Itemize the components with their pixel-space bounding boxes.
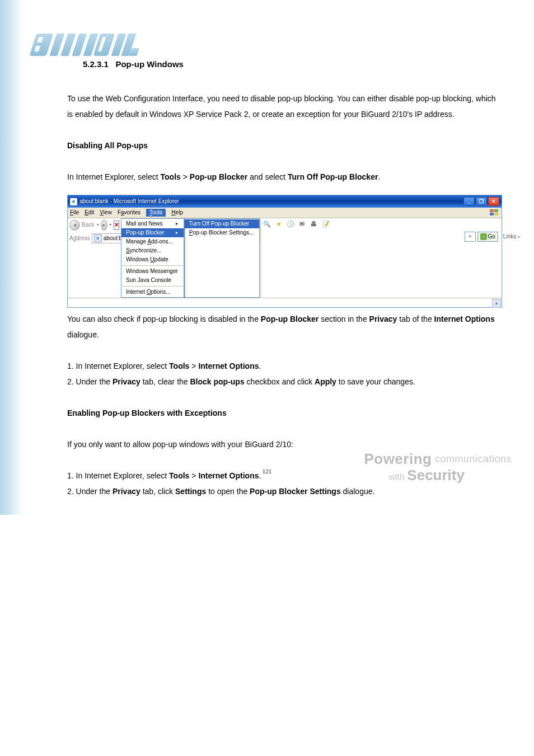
- back-button[interactable]: ◄ Back ▼: [69, 220, 100, 231]
- menu-item-internet-options[interactable]: Internet Options...: [121, 288, 184, 297]
- window-title: about:blank - Microsoft Internet Explore…: [79, 198, 463, 205]
- mail-icon[interactable]: ✉: [298, 220, 306, 229]
- text: In Internet Explorer, select: [67, 172, 161, 181]
- bold-privacy: Privacy: [369, 314, 397, 323]
- text: You can also check if pop-up blocking is…: [67, 314, 261, 323]
- window-maximize-button[interactable]: ❐: [476, 197, 487, 206]
- menu-edit[interactable]: Edit: [85, 209, 94, 216]
- submenu-settings[interactable]: Pop-up Blocker Settings...: [185, 228, 260, 237]
- text: tab, clear the: [140, 377, 190, 386]
- address-bar-right: ▾ → Go Links »: [260, 231, 522, 243]
- text: >: [189, 471, 198, 480]
- bold-settings: Settings: [175, 487, 206, 496]
- address-bar-left: Address e about:blank: [68, 232, 121, 245]
- bold-privacy: Privacy: [113, 487, 140, 496]
- step-1: 1. In Internet Explorer, select Tools > …: [67, 358, 500, 374]
- enable-paragraph: If you only want to allow pop-up windows…: [67, 436, 500, 452]
- svg-rect-13: [494, 209, 498, 212]
- menu-item-windows-update[interactable]: Windows Update: [121, 255, 184, 264]
- scrollbar-up-button[interactable]: ▴: [492, 299, 501, 308]
- browser-content-area: ▴: [68, 298, 502, 307]
- section-number: 5.2.3.1: [83, 59, 109, 69]
- window-titlebar: e about:blank - Microsoft Internet Explo…: [68, 195, 502, 208]
- svg-rect-15: [494, 213, 498, 215]
- menu-view[interactable]: View: [100, 209, 112, 216]
- window-minimize-button[interactable]: _: [463, 197, 475, 206]
- bold-turn-off: Turn Off Pop-up Blocker: [288, 172, 378, 181]
- tools-dropdown: Mail and News▸ Pop-up Blocker▸ Manage Ad…: [121, 218, 184, 298]
- search-icon[interactable]: 🔍: [263, 220, 271, 229]
- ie-window: e about:blank - Microsoft Internet Explo…: [67, 195, 502, 308]
- chevron-down-icon: ▼: [109, 223, 113, 227]
- ie-app-icon: e: [70, 198, 77, 205]
- bold-tools: Tools: [161, 172, 181, 181]
- bold-block-popups: Block pop-ups: [190, 377, 244, 386]
- text: 1. In Internet Explorer, select: [67, 471, 169, 480]
- edit-icon[interactable]: 📝: [321, 220, 330, 229]
- page-icon: e: [94, 234, 102, 242]
- bold-apply: Apply: [315, 377, 336, 386]
- address-label: Address: [69, 235, 90, 242]
- bold-internet-options: Internet Options: [198, 361, 259, 370]
- popup-blocker-submenu: Turn Off Pop-up Blocker Pop-up Blocker S…: [184, 218, 260, 298]
- intro-paragraph: To use the Web Configuration Interface, …: [67, 91, 500, 122]
- step-2: 2. Under the Privacy tab, clear the Bloc…: [67, 374, 500, 389]
- window-close-button[interactable]: ✕: [488, 197, 499, 206]
- text: .: [259, 471, 261, 480]
- links-label[interactable]: Links »: [503, 233, 521, 240]
- back-label: Back: [82, 222, 94, 228]
- menu-tools[interactable]: Tools: [146, 209, 166, 217]
- svg-rect-12: [490, 209, 494, 212]
- menu-item-manage-addons[interactable]: Manage Add-ons...: [121, 237, 184, 246]
- menu-item-sun-java[interactable]: Sun Java Console: [121, 276, 184, 285]
- bold-internet-options: Internet Options: [434, 314, 495, 323]
- bold-privacy: Privacy: [113, 377, 140, 386]
- bold-tools: Tools: [169, 471, 189, 480]
- text: to save your changes.: [336, 377, 415, 386]
- page-side-gradient: [0, 0, 25, 515]
- text: checkbox and click: [245, 377, 315, 386]
- text: to open the: [206, 487, 250, 496]
- go-button[interactable]: → Go: [477, 232, 498, 242]
- check-paragraph: You can also check if pop-up blocking is…: [67, 311, 500, 342]
- menu-separator: [122, 265, 183, 266]
- disable-instruction: In Internet Explorer, select Tools > Pop…: [67, 169, 500, 185]
- enable-step-2: 2. Under the Privacy tab, click Settings…: [67, 483, 500, 499]
- nav-toolbar-left: ◄ Back ▼ ► ▼ ✕: [68, 218, 121, 232]
- text: 2. Under the: [67, 487, 113, 496]
- favorites-icon[interactable]: ★: [274, 220, 283, 229]
- menu-item-mail-news[interactable]: Mail and News▸: [121, 219, 184, 228]
- stop-button[interactable]: ✕: [114, 220, 119, 230]
- text: tab of the: [397, 314, 434, 323]
- windows-flag-icon: [489, 209, 499, 217]
- menu-favorites[interactable]: Favorites: [118, 209, 140, 216]
- menu-help[interactable]: Help: [171, 209, 183, 216]
- forward-button[interactable]: ►: [101, 220, 107, 231]
- history-icon[interactable]: 🕓: [286, 220, 294, 229]
- text: tab, click: [140, 487, 175, 496]
- toolbar-right: 🔍 ★ 🕓 ✉ 🖶 📝: [260, 218, 522, 231]
- text: 2. Under the: [67, 377, 113, 386]
- enable-step-1: 1. In Internet Explorer, select Tools > …: [67, 468, 500, 483]
- bold-popup: Pop-up Blocker: [261, 314, 318, 323]
- menu-item-popup-blocker[interactable]: Pop-up Blocker▸: [121, 228, 184, 237]
- bold-popup-blocker-settings: Pop-up Blocker Settings: [250, 487, 341, 496]
- menu-item-synchronize[interactable]: Synchronize...: [121, 246, 184, 255]
- menu-file[interactable]: File: [70, 209, 79, 216]
- text: >: [189, 361, 198, 370]
- svg-rect-14: [490, 213, 494, 215]
- bold-internet-options: Internet Options: [198, 471, 259, 480]
- menu-item-windows-messenger[interactable]: Windows Messenger: [121, 267, 184, 276]
- text: dialogue.: [341, 487, 375, 496]
- chevron-right-icon: ▸: [176, 221, 178, 227]
- print-icon[interactable]: 🖶: [310, 220, 318, 229]
- section-heading: 5.2.3.1 Pop-up Windows: [83, 56, 500, 73]
- text: and select: [247, 172, 288, 181]
- text: section in the: [318, 314, 369, 323]
- address-dropdown-icon[interactable]: ▾: [465, 232, 476, 242]
- text: >: [181, 172, 190, 181]
- menubar: File Edit View Favorites Tools Help: [68, 208, 502, 218]
- bold-popup-blocker: Pop-up Blocker: [190, 172, 247, 181]
- submenu-turn-off[interactable]: Turn Off Pop-up Blocker: [185, 219, 260, 228]
- section-title: Pop-up Windows: [115, 59, 184, 69]
